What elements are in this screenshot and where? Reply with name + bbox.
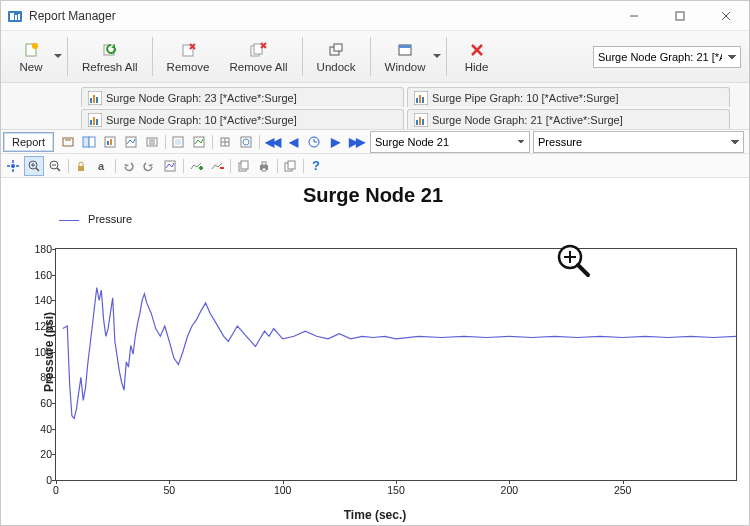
tab-label: Surge Node Graph: 23 [*Active*:Surge] bbox=[106, 92, 297, 104]
svg-point-59 bbox=[243, 139, 249, 145]
undo-icon[interactable] bbox=[118, 156, 138, 176]
svg-rect-1 bbox=[10, 13, 14, 20]
text-tool-icon[interactable]: a bbox=[92, 156, 112, 176]
first-button[interactable]: ◀◀ bbox=[262, 132, 282, 152]
titlebar: Report Manager bbox=[1, 1, 749, 31]
legend-label: Pressure bbox=[88, 213, 132, 225]
print-icon[interactable] bbox=[254, 156, 274, 176]
svg-rect-30 bbox=[419, 95, 421, 103]
tool-icon[interactable] bbox=[121, 132, 141, 152]
chart-panel: Surge Node 21 Pressure Pressure (psi) Ti… bbox=[1, 178, 749, 525]
tool-icon[interactable] bbox=[215, 132, 235, 152]
tab-item[interactable]: Surge Node Graph: 23 [*Active*:Surge] bbox=[81, 87, 404, 107]
legend-swatch bbox=[59, 220, 79, 221]
svg-rect-19 bbox=[334, 44, 342, 51]
svg-rect-82 bbox=[241, 161, 248, 169]
svg-rect-27 bbox=[96, 97, 98, 103]
tab-item[interactable]: Surge Node Graph: 21 [*Active*:Surge] bbox=[407, 109, 730, 129]
window-title: Report Manager bbox=[29, 9, 611, 23]
window-icon bbox=[397, 41, 413, 59]
svg-rect-40 bbox=[63, 138, 73, 146]
refresh-all-button[interactable]: Refresh All bbox=[72, 31, 148, 82]
tool-icon[interactable] bbox=[168, 132, 188, 152]
tool-icon[interactable] bbox=[58, 132, 78, 152]
copy-icon[interactable] bbox=[233, 156, 253, 176]
chart-tool-icon[interactable] bbox=[160, 156, 180, 176]
graph-selector[interactable]: Surge Node Graph: 21 [*Active* bbox=[593, 46, 741, 68]
tab-item[interactable]: Surge Pipe Graph: 10 [*Active*:Surge] bbox=[407, 87, 730, 107]
help-button[interactable]: ? bbox=[306, 156, 326, 176]
tab-item[interactable]: Surge Node Graph: 10 [*Active*:Surge] bbox=[81, 109, 404, 129]
remove-button[interactable]: Remove bbox=[157, 31, 220, 82]
new-button[interactable]: New bbox=[5, 31, 57, 82]
svg-rect-75 bbox=[78, 166, 84, 171]
svg-rect-5 bbox=[676, 12, 684, 20]
svg-rect-54 bbox=[194, 137, 204, 147]
svg-line-73 bbox=[57, 168, 60, 171]
svg-rect-37 bbox=[416, 120, 418, 125]
svg-point-9 bbox=[32, 43, 38, 49]
svg-rect-33 bbox=[90, 120, 92, 125]
clone-icon[interactable] bbox=[280, 156, 300, 176]
app-icon bbox=[7, 8, 23, 24]
tool-icon[interactable] bbox=[142, 132, 162, 152]
chart-title: Surge Node 21 bbox=[5, 184, 741, 207]
pan-tool-icon[interactable] bbox=[3, 156, 23, 176]
svg-rect-42 bbox=[83, 137, 89, 147]
svg-rect-3 bbox=[18, 14, 20, 20]
undock-button[interactable]: Undock bbox=[307, 31, 366, 82]
svg-rect-84 bbox=[262, 162, 266, 165]
svg-rect-25 bbox=[90, 98, 92, 103]
tab-strip: Surge Node Graph: 23 [*Active*:Surge] Su… bbox=[1, 83, 749, 130]
zoom-out-icon[interactable] bbox=[45, 156, 65, 176]
remove-series-icon[interactable] bbox=[207, 156, 227, 176]
tool-icon[interactable] bbox=[236, 132, 256, 152]
tool-icon[interactable] bbox=[79, 132, 99, 152]
minimize-button[interactable] bbox=[611, 1, 657, 31]
hide-button[interactable]: Hide bbox=[451, 31, 503, 82]
graph-icon bbox=[88, 91, 102, 105]
node-selector[interactable]: Surge Node 21 bbox=[370, 131, 530, 153]
lock-icon[interactable] bbox=[71, 156, 91, 176]
svg-rect-45 bbox=[107, 141, 109, 145]
legend: Pressure bbox=[59, 213, 741, 225]
svg-line-69 bbox=[36, 168, 39, 171]
svg-rect-47 bbox=[126, 137, 136, 147]
graph-toolbar-1: Report ◀◀ ◀ ▶ ▶▶ Surge Node 21 Pressure bbox=[1, 130, 749, 154]
svg-rect-39 bbox=[422, 119, 424, 125]
graph-toolbar-2: a ? bbox=[1, 154, 749, 178]
tool-icon[interactable] bbox=[189, 132, 209, 152]
svg-point-63 bbox=[11, 164, 15, 168]
svg-rect-35 bbox=[96, 119, 98, 125]
remove-icon bbox=[180, 41, 196, 59]
tab-label: Surge Node Graph: 21 [*Active*:Surge] bbox=[432, 114, 623, 126]
redo-icon[interactable] bbox=[139, 156, 159, 176]
zoom-in-icon[interactable] bbox=[24, 156, 44, 176]
plot-area[interactable]: 020406080100120140160180050100150200250 bbox=[55, 248, 737, 481]
last-button[interactable]: ▶▶ bbox=[346, 132, 366, 152]
svg-rect-38 bbox=[419, 117, 421, 125]
next-button[interactable]: ▶ bbox=[325, 132, 345, 152]
tab-label: Surge Pipe Graph: 10 [*Active*:Surge] bbox=[432, 92, 619, 104]
maximize-button[interactable] bbox=[657, 1, 703, 31]
report-toggle[interactable]: Report bbox=[3, 132, 54, 152]
refresh-icon bbox=[102, 41, 118, 59]
graph-icon bbox=[414, 91, 428, 105]
svg-rect-2 bbox=[15, 15, 17, 20]
svg-rect-43 bbox=[89, 137, 95, 147]
series-line bbox=[56, 249, 736, 480]
svg-rect-77 bbox=[165, 161, 175, 171]
prev-button[interactable]: ◀ bbox=[283, 132, 303, 152]
add-series-icon[interactable] bbox=[186, 156, 206, 176]
time-icon[interactable] bbox=[304, 132, 324, 152]
svg-rect-31 bbox=[422, 97, 424, 103]
close-button[interactable] bbox=[703, 1, 749, 31]
svg-rect-53 bbox=[175, 139, 181, 145]
property-selector[interactable]: Pressure bbox=[533, 131, 744, 153]
remove-all-button[interactable]: Remove All bbox=[219, 31, 297, 82]
svg-rect-26 bbox=[93, 95, 95, 103]
svg-rect-46 bbox=[110, 139, 112, 145]
window-button[interactable]: Window bbox=[375, 31, 436, 82]
undock-icon bbox=[328, 41, 344, 59]
tool-icon[interactable] bbox=[100, 132, 120, 152]
